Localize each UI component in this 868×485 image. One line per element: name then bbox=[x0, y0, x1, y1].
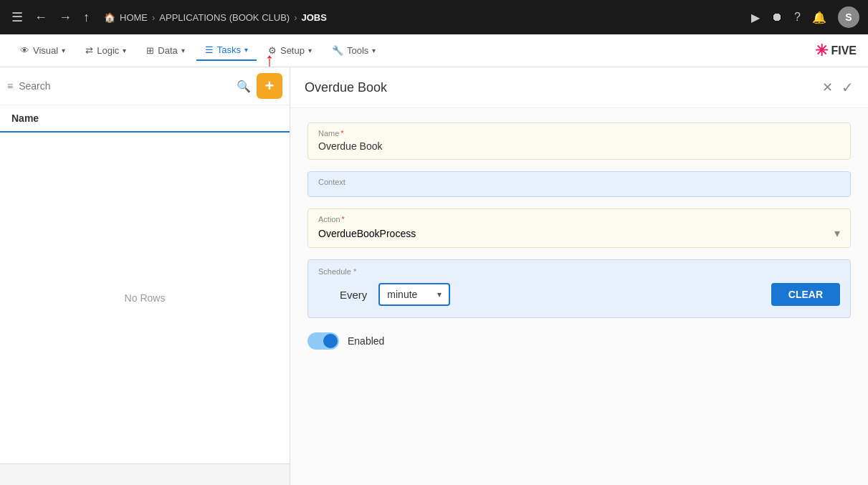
filter-icon: ≡ bbox=[7, 80, 13, 92]
eye-icon: 👁 bbox=[20, 45, 29, 56]
action-dropdown[interactable]: OverdueBookProcess ▾ bbox=[318, 226, 840, 240]
secondary-navigation: 👁 Visual ▾ ⇄ Logic ▾ ⊞ Data ▾ ☰ Tasks ▾ … bbox=[0, 34, 868, 67]
five-logo: ✳ FIVE bbox=[815, 42, 857, 60]
nav-data-label: Data bbox=[158, 45, 177, 56]
bell-icon[interactable]: 🔔 bbox=[812, 11, 826, 24]
every-label: Every bbox=[340, 289, 367, 301]
home-icon: 🏠 bbox=[104, 12, 115, 23]
context-label: Context bbox=[318, 178, 840, 186]
right-panel-header: Overdue Book ✕ ✓ bbox=[290, 67, 868, 108]
nav-visual[interactable]: 👁 Visual ▾ bbox=[11, 41, 74, 60]
enabled-toggle-row: Enabled bbox=[307, 330, 851, 352]
name-label: Name* bbox=[318, 129, 840, 138]
name-value[interactable]: Overdue Book bbox=[318, 140, 840, 152]
action-value: OverdueBookProcess bbox=[318, 228, 416, 239]
setup-caret: ▾ bbox=[308, 47, 312, 54]
help-icon[interactable]: ? bbox=[794, 11, 801, 24]
logo-icon: ✳ bbox=[815, 42, 828, 60]
top-nav-right: ▶ ⏺ ? 🔔 S bbox=[751, 6, 859, 28]
confirm-icon[interactable]: ✓ bbox=[841, 79, 854, 96]
nav-logic[interactable]: ⇄ Logic ▾ bbox=[77, 41, 135, 60]
tasks-icon: ☰ bbox=[205, 44, 214, 55]
data-caret: ▾ bbox=[181, 47, 185, 54]
context-field-group: Context bbox=[307, 171, 851, 197]
action-label: Action* bbox=[318, 215, 840, 224]
schedule-label: Schedule * bbox=[318, 267, 840, 276]
breadcrumb-app[interactable]: APPLICATIONS (BOOK CLUB) bbox=[159, 12, 290, 23]
nav-tools[interactable]: 🔧 Tools ▾ bbox=[323, 41, 384, 60]
enabled-label: Enabled bbox=[348, 335, 384, 347]
nav-tasks-label: Tasks bbox=[217, 44, 241, 55]
action-field-group: Action* OverdueBookProcess ▾ bbox=[307, 208, 851, 248]
schedule-section: Schedule * Every minute ▾ CLEAR bbox=[307, 259, 851, 318]
form-area: Name* Overdue Book Context Action* Overd… bbox=[290, 108, 868, 367]
empty-state: No Rows bbox=[0, 133, 290, 464]
search-input[interactable] bbox=[19, 80, 231, 92]
minute-caret-icon: ▾ bbox=[437, 289, 442, 299]
enabled-toggle[interactable] bbox=[307, 332, 339, 350]
tools-caret: ▾ bbox=[372, 47, 376, 54]
search-bar: ≡ 🔍 + ↑ bbox=[0, 67, 290, 105]
nav-tools-label: Tools bbox=[347, 45, 368, 56]
logic-caret: ▾ bbox=[123, 47, 126, 54]
main-layout: ≡ 🔍 + ↑ Name No Rows Overdue Book ✕ ✓ bbox=[0, 67, 868, 485]
search-icon[interactable]: 🔍 bbox=[237, 80, 251, 93]
nav-data[interactable]: ⊞ Data ▾ bbox=[138, 41, 193, 60]
nav-tasks[interactable]: ☰ Tasks ▾ bbox=[196, 40, 257, 61]
breadcrumb-current: JOBS bbox=[301, 12, 326, 23]
breadcrumb-sep2: › bbox=[294, 12, 297, 23]
minute-value: minute bbox=[387, 289, 417, 300]
back-icon[interactable]: ← bbox=[32, 7, 50, 28]
nav-setup[interactable]: ⚙ Setup ▾ bbox=[259, 41, 320, 60]
action-caret-icon: ▾ bbox=[834, 226, 840, 240]
nav-visual-label: Visual bbox=[33, 45, 58, 56]
breadcrumb-home[interactable]: HOME bbox=[120, 12, 148, 23]
top-navigation: ☰ ← → ↑ 🏠 HOME › APPLICATIONS (BOOK CLUB… bbox=[0, 0, 868, 34]
breadcrumb-sep1: › bbox=[152, 12, 155, 23]
bottom-bar bbox=[0, 464, 290, 485]
record-icon[interactable]: ⏺ bbox=[771, 11, 783, 24]
logic-icon: ⇄ bbox=[85, 45, 93, 56]
nav-items: 👁 Visual ▾ ⇄ Logic ▾ ⊞ Data ▾ ☰ Tasks ▾ … bbox=[11, 40, 384, 61]
left-panel: ≡ 🔍 + ↑ Name No Rows bbox=[0, 67, 290, 485]
clear-button[interactable]: CLEAR bbox=[771, 283, 840, 306]
forward-icon[interactable]: → bbox=[56, 7, 75, 28]
avatar[interactable]: S bbox=[838, 6, 859, 28]
right-panel: Overdue Book ✕ ✓ Name* Overdue Book Cont… bbox=[290, 67, 868, 485]
setup-icon: ⚙ bbox=[268, 45, 277, 56]
column-header-name: Name bbox=[0, 105, 290, 133]
visual-caret: ▾ bbox=[62, 47, 65, 54]
minute-select[interactable]: minute ▾ bbox=[378, 283, 450, 306]
panel-title: Overdue Book bbox=[305, 80, 387, 95]
tools-icon: 🔧 bbox=[332, 45, 343, 56]
schedule-row: Every minute ▾ CLEAR bbox=[318, 283, 840, 306]
close-icon[interactable]: ✕ bbox=[822, 80, 833, 95]
nav-setup-label: Setup bbox=[280, 45, 305, 56]
data-icon: ⊞ bbox=[146, 45, 154, 56]
menu-icon[interactable]: ☰ bbox=[9, 6, 26, 28]
breadcrumb: 🏠 HOME › APPLICATIONS (BOOK CLUB) › JOBS bbox=[104, 12, 745, 23]
tasks-caret: ▾ bbox=[244, 46, 248, 54]
header-actions: ✕ ✓ bbox=[822, 79, 854, 96]
nav-logic-label: Logic bbox=[97, 45, 119, 56]
add-button[interactable]: + ↑ bbox=[257, 73, 282, 99]
name-field-group: Name* Overdue Book bbox=[307, 123, 851, 160]
up-icon[interactable]: ↑ bbox=[80, 7, 92, 28]
logo-text: FIVE bbox=[831, 44, 857, 57]
play-icon[interactable]: ▶ bbox=[751, 11, 760, 24]
